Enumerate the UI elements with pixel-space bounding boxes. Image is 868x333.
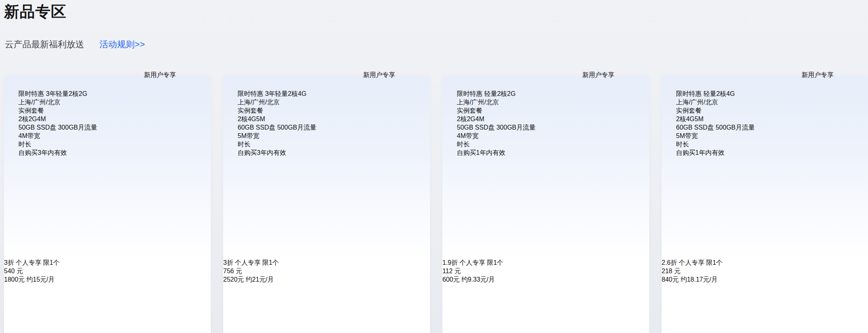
discount-badge: 1.9折 — [442, 259, 458, 266]
spec-detail: 60GB SSD盘 500GB月流量 5M带宽 — [676, 124, 854, 140]
product-card[interactable]: 新用户专享 限时特惠 3年轻量2核2G 上海/广州/北京 实例套餐 2核2G4M… — [4, 75, 211, 333]
price-unit: 元 — [454, 268, 461, 274]
spec-detail-line: 5M带宽 — [676, 132, 854, 140]
region-tag: 上海/广州/北京 — [676, 99, 718, 106]
spec-detail-line: 50GB SSD盘 300GB月流量 — [457, 124, 635, 132]
price-value: 540 — [4, 268, 15, 274]
spec-row: 实例套餐 2核4G5M 60GB SSD盘 500GB月流量 5M带宽 — [238, 107, 416, 140]
personal-badge: 个人专享 — [679, 259, 704, 266]
personal-badge: 个人专享 — [235, 259, 260, 266]
card-title: 限时特惠 轻量2核4G — [676, 90, 854, 98]
price-value: 218 — [662, 268, 672, 274]
card-top-section: 限时特惠 轻量2核4G 上海/广州/北京 实例套餐 2核4G5M 60GB SS… — [662, 75, 868, 259]
spec-detail: 60GB SSD盘 500GB月流量 5M带宽 — [238, 124, 416, 140]
duration-value: 自购买3年内有效 — [238, 149, 416, 157]
duration-row: 时长 自购买3年内有效 — [18, 140, 196, 157]
new-user-ribbon: 新用户专享 — [144, 71, 211, 88]
card-top-section: 限时特惠 3年轻量2核4G 上海/广州/北京 实例套餐 2核4G5M 60GB … — [223, 75, 430, 259]
personal-badge: 个人专享 — [16, 259, 41, 266]
limit-badge: 限1个 — [706, 259, 723, 266]
price-value: 756 — [223, 268, 234, 274]
region-tag: 上海/广州/北京 — [457, 99, 499, 106]
price-row: 756 元 — [223, 267, 430, 276]
original-price-row: 2520元 约21元/月 — [223, 276, 430, 284]
discount-badge: 2.6折 — [662, 259, 677, 266]
duration-value: 自购买1年内有效 — [676, 149, 854, 157]
price-unit: 元 — [236, 268, 242, 274]
spec-label: 实例套餐 — [238, 107, 416, 115]
new-user-ribbon: 新用户专享 — [801, 71, 868, 88]
duration-row: 时长 自购买1年内有效 — [676, 140, 854, 157]
spec-label: 实例套餐 — [676, 107, 854, 115]
page-subtitle-row: 云产品最新福利放送 活动规则>> — [5, 39, 145, 51]
original-price-row: 1800元 约15元/月 — [4, 276, 211, 284]
duration-label: 时长 — [18, 140, 196, 149]
original-price: 600元 — [442, 276, 460, 283]
card-price-section: 2.6折 个人专享 限1个 218 元 840元 约18.17元/月 — [662, 259, 868, 284]
spec-row: 实例套餐 2核2G4M 50GB SSD盘 300GB月流量 4M带宽 — [457, 107, 635, 140]
spec-detail-line: 4M带宽 — [457, 132, 635, 140]
region-tag: 上海/广州/北京 — [238, 99, 280, 106]
badge-row: 3折 个人专享 限1个 — [223, 259, 430, 267]
region-tag: 上海/广州/北京 — [18, 99, 61, 106]
duration-value: 自购买1年内有效 — [457, 149, 635, 157]
badge-row: 1.9折 个人专享 限1个 — [442, 259, 649, 267]
monthly-price: 约21元/月 — [246, 276, 274, 283]
spec-row: 实例套餐 2核2G4M 50GB SSD盘 300GB月流量 4M带宽 — [18, 107, 196, 140]
spec-detail-line: 5M带宽 — [238, 132, 416, 140]
price-row: 112 元 — [442, 267, 649, 276]
spec-value: 2核4G5M — [238, 115, 416, 124]
new-user-ribbon: 新用户专享 — [363, 71, 430, 88]
product-card[interactable]: 新用户专享 限时特惠 轻量2核4G 上海/广州/北京 实例套餐 2核4G5M 6… — [662, 75, 868, 333]
card-price-section: 1.9折 个人专享 限1个 112 元 600元 约9.33元/月 — [442, 259, 649, 284]
product-card-list: 新用户专享 限时特惠 3年轻量2核2G 上海/广州/北京 实例套餐 2核2G4M… — [4, 75, 868, 333]
page-title: 新品专区 — [4, 2, 67, 22]
spec-detail-line: 60GB SSD盘 500GB月流量 — [676, 124, 854, 132]
spec-detail: 50GB SSD盘 300GB月流量 4M带宽 — [18, 124, 196, 140]
spec-detail-line: 60GB SSD盘 500GB月流量 — [238, 124, 416, 132]
card-price-section: 3折 个人专享 限1个 756 元 2520元 约21元/月 — [223, 259, 430, 284]
price-value: 112 — [442, 268, 453, 274]
activity-rules-link[interactable]: 活动规则>> — [99, 39, 145, 51]
original-price: 840元 — [662, 276, 679, 283]
spec-label: 实例套餐 — [18, 107, 196, 115]
badge-row: 3折 个人专享 限1个 — [4, 259, 211, 267]
discount-badge: 3折 — [223, 259, 233, 266]
spec-value: 2核2G4M — [18, 115, 196, 124]
duration-value: 自购买3年内有效 — [18, 149, 196, 157]
product-card[interactable]: 新用户专享 限时特惠 3年轻量2核4G 上海/广州/北京 实例套餐 2核4G5M… — [223, 75, 430, 333]
monthly-price: 约15元/月 — [26, 276, 55, 283]
card-top-section: 限时特惠 轻量2核2G 上海/广州/北京 实例套餐 2核2G4M 50GB SS… — [442, 75, 649, 259]
new-user-ribbon: 新用户专享 — [582, 71, 649, 88]
duration-row: 时长 自购买1年内有效 — [457, 140, 635, 157]
spec-detail-line: 4M带宽 — [18, 132, 196, 140]
monthly-price: 约18.17元/月 — [680, 276, 717, 283]
page-subtitle: 云产品最新福利放送 — [5, 39, 84, 51]
limit-badge: 限1个 — [43, 259, 60, 266]
personal-badge: 个人专享 — [460, 259, 485, 266]
badge-row: 2.6折 个人专享 限1个 — [662, 259, 868, 267]
duration-row: 时长 自购买3年内有效 — [238, 140, 416, 157]
duration-label: 时长 — [238, 140, 416, 149]
spec-detail-line: 50GB SSD盘 300GB月流量 — [18, 124, 196, 132]
price-unit: 元 — [674, 268, 680, 274]
spec-detail: 50GB SSD盘 300GB月流量 4M带宽 — [457, 124, 635, 140]
discount-badge: 3折 — [4, 259, 14, 266]
original-price-row: 840元 约18.17元/月 — [662, 276, 868, 284]
card-title: 限时特惠 3年轻量2核4G — [238, 90, 416, 98]
original-price: 1800元 — [4, 276, 25, 283]
spec-label: 实例套餐 — [457, 107, 635, 115]
card-price-section: 3折 个人专享 限1个 540 元 1800元 约15元/月 — [4, 259, 211, 284]
card-top-section: 限时特惠 3年轻量2核2G 上海/广州/北京 实例套餐 2核2G4M 50GB … — [4, 75, 211, 259]
product-card[interactable]: 新用户专享 限时特惠 轻量2核2G 上海/广州/北京 实例套餐 2核2G4M 5… — [442, 75, 649, 333]
limit-badge: 限1个 — [262, 259, 279, 266]
card-title: 限时特惠 轻量2核2G — [457, 90, 635, 98]
original-price-row: 600元 约9.33元/月 — [442, 276, 649, 284]
duration-label: 时长 — [457, 140, 635, 149]
spec-value: 2核4G5M — [676, 115, 854, 124]
monthly-price: 约9.33元/月 — [461, 276, 495, 283]
card-title: 限时特惠 3年轻量2核2G — [18, 90, 196, 98]
price-row: 540 元 — [4, 267, 211, 276]
spec-value: 2核2G4M — [457, 115, 635, 124]
spec-row: 实例套餐 2核4G5M 60GB SSD盘 500GB月流量 5M带宽 — [676, 107, 854, 140]
